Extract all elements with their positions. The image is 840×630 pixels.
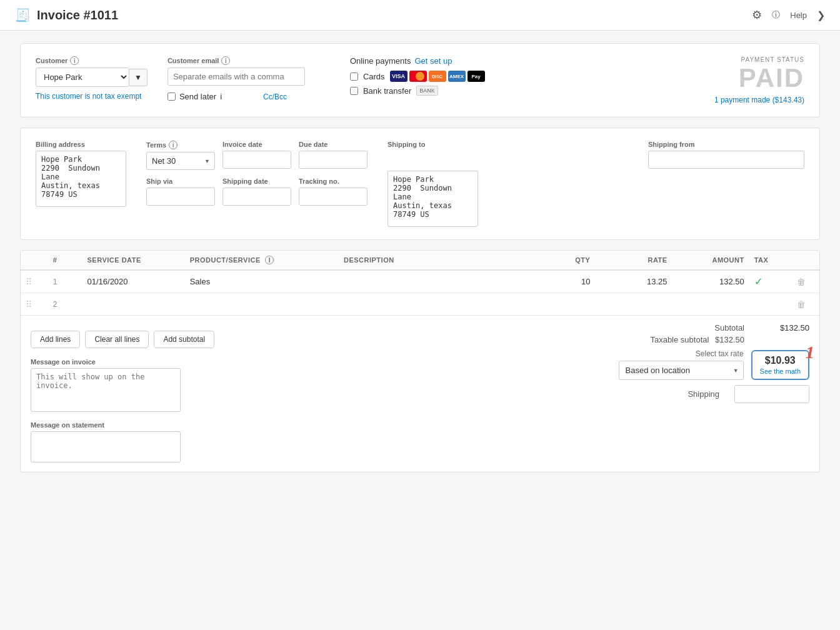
qty-input-1[interactable] [532,276,590,288]
taxable-subtotal-row: Taxable subtotal $132.50 [594,335,809,344]
tax-rate-select[interactable]: Based on locationNoneCustom rate [619,361,744,380]
clear-all-button[interactable]: Clear all lines [85,331,149,348]
payment-link[interactable]: 1 payment made ($143.43) [714,96,804,104]
online-payments-label: Online payments [350,56,411,66]
send-later-info-icon[interactable]: i [220,92,222,101]
see-math-link[interactable]: See the math [760,368,801,375]
amount-2[interactable] [672,293,749,316]
terms-dates-row: Terms i Net 30Net 15Due on receiptCustom… [146,141,368,170]
drag-handle-1[interactable]: ⠿ [21,270,48,293]
product-input-2[interactable] [190,298,334,310]
amount-input-2[interactable] [678,298,744,310]
gear-icon[interactable]: ⚙ [752,8,762,22]
shipping-date-input[interactable] [222,188,291,206]
ship-row: Ship via Shipping date Tracking no. [146,178,368,206]
col-description: DESCRIPTION [339,251,527,270]
customer-email-input[interactable] [168,68,305,86]
service-date-2[interactable] [82,293,185,316]
customer-email-info-icon[interactable]: i [221,56,230,65]
rate-input-2[interactable] [600,298,667,310]
due-date-input[interactable]: 02/15/2020 [299,151,368,169]
shipping-input[interactable] [734,385,809,403]
setup-link[interactable]: Get set up [414,56,452,66]
product-1[interactable] [185,270,339,293]
product-input-1[interactable] [190,276,334,288]
customer-select[interactable]: Hope Park [36,68,129,87]
message-statement-section: Message on statement [31,421,214,464]
rate-input-1[interactable] [600,276,667,288]
tax-rate-field-group: Select tax rate Based on locationNoneCus… [619,349,744,380]
col-rate: RATE [595,251,672,270]
col-tax: TAX [749,251,792,270]
chevron-icon[interactable]: ❯ [817,9,825,21]
payment-status-section: PAYMENT STATUS PAID 1 payment made ($143… [714,56,804,104]
message-statement-input[interactable] [31,431,181,462]
col-product: PRODUCT/SERVICE i [185,251,339,270]
rate-2[interactable] [595,293,672,316]
tax-check-1[interactable]: ✓ [749,270,792,293]
address-section-card: Billing address Hope Park 2290 Sundown L… [20,128,820,240]
taxable-subtotal-label: Taxable subtotal $132.50 [619,335,744,344]
terms-select[interactable]: Net 30Net 15Due on receiptCustom [146,152,215,170]
applepay-icon: Pay [468,71,485,82]
invoice-table: # SERVICE DATE PRODUCT/SERVICE i DESCRIP… [21,251,819,316]
customer-dropdown-btn[interactable]: ▼ [129,69,148,86]
description-input-1[interactable] [344,276,522,288]
online-payments-label-row: Online payments Get set up [350,56,485,66]
delete-2[interactable]: 🗑 [792,293,819,316]
service-date-input-2[interactable] [88,298,180,310]
tax-2[interactable] [749,293,792,316]
bank-transfer-checkbox[interactable] [350,87,358,95]
help-icon[interactable]: ⓘ [772,9,780,21]
terms-info-icon[interactable]: i [169,141,178,149]
col-amount: AMOUNT [672,251,749,270]
description-input-2[interactable] [344,298,522,310]
tracking-no-input[interactable] [299,188,368,206]
terms-label: Terms i [146,141,215,149]
product-2[interactable] [185,293,339,316]
top-bar-right: ⚙ ⓘ Help ❯ [752,8,825,22]
drag-handle-2[interactable]: ⠿ [21,293,48,316]
description-2[interactable] [339,293,527,316]
billing-address-label: Billing address [36,141,126,148]
cc-bcc-link[interactable]: Cc/Bcc [263,92,287,101]
table-header-row: # SERVICE DATE PRODUCT/SERVICE i DESCRIP… [21,251,819,270]
terms-dates-group: Terms i Net 30Net 15Due on receiptCustom… [146,141,368,206]
add-lines-button[interactable]: Add lines [31,331,80,348]
rate-1[interactable] [595,270,672,293]
service-date-1[interactable] [82,270,185,293]
top-bar-left: 🧾 Invoice #1011 [15,8,118,22]
taxable-subtotal-value-inline: $132.50 [715,335,744,344]
tax-exempt-link[interactable]: This customer is not tax exempt [36,92,148,101]
amount-1[interactable] [672,270,749,293]
qty-input-2[interactable] [532,298,590,310]
delete-1[interactable]: 🗑 [792,270,819,293]
shipping-to-input[interactable]: Hope Park 2290 Sundown Lane Austin, texa… [388,171,478,227]
tax-amount-value: $10.93 [760,355,801,366]
shipping-from-input[interactable]: 2863 University Street, Seattle, W [648,151,804,169]
message-invoice-input[interactable] [31,368,181,412]
description-1[interactable] [339,270,527,293]
top-bar: 🧾 Invoice #1011 ⚙ ⓘ Help ❯ [0,0,840,31]
send-later-checkbox[interactable] [168,92,176,101]
invoice-table-section: # SERVICE DATE PRODUCT/SERVICE i DESCRIP… [20,250,820,472]
add-subtotal-button[interactable]: Add subtotal [154,331,214,348]
qty-2[interactable] [527,293,595,316]
tax-rate-select-wrap: Based on locationNoneCustom rate [619,361,744,380]
qty-1[interactable] [527,270,595,293]
invoice-date-input[interactable]: 01/16/2020 [222,151,291,169]
cards-checkbox[interactable] [350,72,358,81]
amount-input-1[interactable] [678,276,744,288]
help-label[interactable]: Help [790,11,807,20]
product-info-icon[interactable]: i [265,256,274,264]
customer-info-icon[interactable]: i [70,56,79,65]
tax-rate-label: Select tax rate [696,349,744,358]
ship-via-input[interactable] [146,188,215,206]
row-num-1: 1 [48,270,82,293]
message-statement-label: Message on statement [31,421,214,429]
service-date-input-1[interactable] [88,276,180,288]
billing-address-input[interactable]: Hope Park 2290 Sundown Lane Austin, texa… [36,151,126,207]
table-row: ⠿ 2 🗑 [21,293,819,316]
shipping-date-group: Shipping date [222,178,291,206]
customer-field-group: Customer i Hope Park ▼ This customer is … [36,56,148,101]
